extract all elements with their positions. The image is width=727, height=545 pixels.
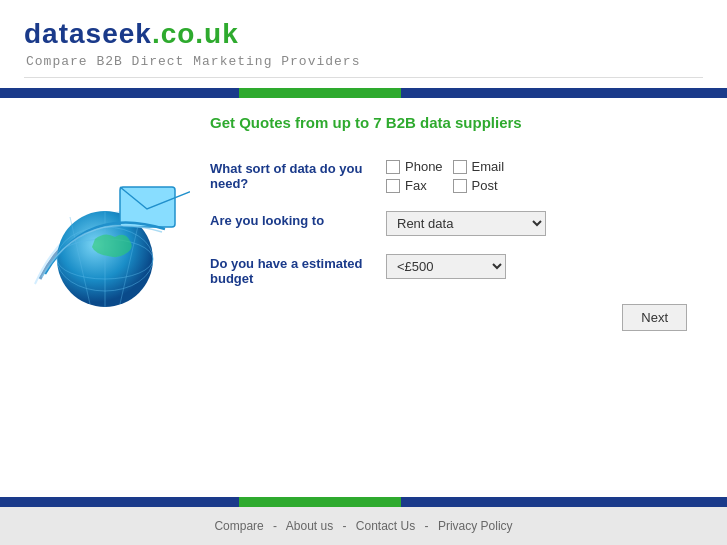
footer-about-link[interactable]: About us	[286, 519, 333, 533]
footer-contact-link[interactable]: Contact Us	[356, 519, 415, 533]
data-type-label: What sort of data do you need?	[210, 159, 370, 191]
next-button[interactable]: Next	[622, 304, 687, 331]
bottom-stripe-bar	[0, 497, 727, 507]
header: dataseek .co.uk Compare B2B Direct Marke…	[0, 0, 727, 88]
checkbox-phone-label: Phone	[405, 159, 443, 174]
checkbox-email-label: Email	[472, 159, 505, 174]
budget-label: Do you have a estimated budget	[210, 254, 370, 286]
stripe-green-center	[239, 88, 402, 98]
data-type-row: What sort of data do you need? Phone Ema…	[210, 159, 697, 193]
form-area: What sort of data do you need? Phone Ema…	[30, 149, 697, 331]
checkbox-fax-input[interactable]	[386, 179, 400, 193]
checkbox-group: Phone Email Fax Post	[386, 159, 509, 193]
logo-dataseek: dataseek	[24, 18, 152, 50]
content-box: Get Quotes from up to 7 B2B data supplie…	[0, 98, 727, 351]
checkbox-fax-label: Fax	[405, 178, 427, 193]
next-btn-row: Next	[210, 304, 697, 331]
footer-stripe-blue-left	[0, 497, 239, 507]
footer-sep-2: -	[343, 519, 347, 533]
tagline: Compare B2B Direct Marketing Providers	[26, 54, 703, 69]
footer-privacy-link[interactable]: Privacy Policy	[438, 519, 513, 533]
checkbox-fax[interactable]: Fax	[386, 178, 443, 193]
main-content: Get Quotes from up to 7 B2B data supplie…	[0, 98, 727, 497]
logo: dataseek .co.uk	[24, 18, 703, 50]
stripe-blue-left	[0, 88, 239, 98]
header-divider	[24, 77, 703, 78]
footer-sep-3: -	[425, 519, 429, 533]
checkbox-email[interactable]: Email	[453, 159, 510, 174]
top-stripe-bar	[0, 88, 727, 98]
checkbox-post[interactable]: Post	[453, 178, 510, 193]
budget-row: Do you have a estimated budget <£500 £50…	[210, 254, 697, 286]
checkbox-post-input[interactable]	[453, 179, 467, 193]
logo-co-uk: .co.uk	[152, 18, 239, 50]
globe-image	[30, 159, 190, 319]
footer-stripe-blue-right	[401, 497, 727, 507]
checkbox-phone-input[interactable]	[386, 160, 400, 174]
form-fields: What sort of data do you need? Phone Ema…	[210, 149, 697, 331]
budget-select[interactable]: <£500 £500-£1000 £1000-£2500 £2500-£5000…	[386, 254, 506, 279]
stripe-blue-right	[401, 88, 727, 98]
footer-stripe-green-center	[239, 497, 402, 507]
checkbox-email-input[interactable]	[453, 160, 467, 174]
looking-row: Are you looking to Rent data Buy data Bo…	[210, 211, 697, 236]
checkbox-phone[interactable]: Phone	[386, 159, 443, 174]
looking-select[interactable]: Rent data Buy data Both	[386, 211, 546, 236]
footer: Compare - About us - Contact Us - Privac…	[0, 507, 727, 545]
quote-title: Get Quotes from up to 7 B2B data supplie…	[210, 114, 697, 131]
footer-sep-1: -	[273, 519, 277, 533]
looking-label: Are you looking to	[210, 211, 370, 228]
checkbox-post-label: Post	[472, 178, 498, 193]
footer-compare-link[interactable]: Compare	[214, 519, 263, 533]
